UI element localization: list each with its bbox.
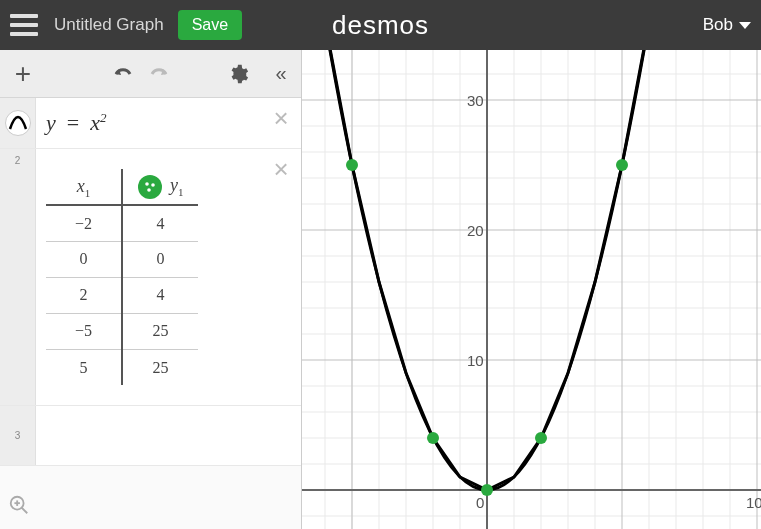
- y-tick-10: 10: [467, 352, 484, 369]
- table-row: 525: [46, 349, 198, 385]
- expression-index[interactable]: 3: [0, 406, 36, 465]
- x-tick-10: 10: [746, 494, 761, 511]
- expression-item-equation[interactable]: y = x2 ×: [0, 98, 301, 149]
- close-icon[interactable]: ×: [267, 155, 295, 183]
- expression-list: y = x2 × 2 x1: [0, 98, 301, 529]
- svg-point-41: [427, 432, 439, 444]
- undo-button[interactable]: [106, 57, 140, 91]
- expression-item-empty[interactable]: 3: [0, 406, 301, 466]
- curve-icon: [5, 110, 31, 136]
- document-title[interactable]: Untitled Graph: [54, 15, 164, 35]
- svg-point-45: [616, 159, 628, 171]
- top-bar: Untitled Graph Save desmos Bob: [0, 0, 761, 50]
- origin-label: 0: [476, 494, 484, 511]
- svg-line-4: [22, 508, 28, 514]
- svg-point-43: [535, 432, 547, 444]
- add-expression-button[interactable]: +: [6, 57, 40, 91]
- table-row: 00: [46, 241, 198, 277]
- menu-icon[interactable]: [10, 14, 38, 36]
- expression-panel: + «: [0, 50, 302, 529]
- settings-button[interactable]: [221, 57, 255, 91]
- expression-toolbar: + «: [0, 50, 301, 98]
- data-table[interactable]: x1 y1 −24: [46, 169, 198, 385]
- y-tick-20: 20: [467, 222, 484, 239]
- desmos-logo: desmos: [332, 10, 429, 41]
- svg-point-2: [147, 188, 151, 192]
- points-style-icon[interactable]: [138, 175, 162, 199]
- equation-text[interactable]: y = x2: [46, 110, 106, 135]
- redo-button[interactable]: [142, 57, 176, 91]
- grid-major: [302, 50, 761, 529]
- table-header-x[interactable]: x1: [46, 169, 122, 205]
- user-menu[interactable]: Bob: [703, 15, 751, 35]
- expression-index[interactable]: 2: [0, 149, 36, 405]
- svg-point-0: [145, 182, 149, 186]
- collapse-panel-button[interactable]: «: [261, 57, 295, 91]
- caret-down-icon: [739, 22, 751, 29]
- close-icon[interactable]: ×: [267, 104, 295, 132]
- table-header-y[interactable]: y1: [122, 169, 198, 205]
- expression-gutter[interactable]: [0, 98, 36, 148]
- svg-point-44: [346, 159, 358, 171]
- svg-point-42: [481, 484, 493, 496]
- zoom-fit-button[interactable]: [8, 494, 30, 521]
- expression-item-table[interactable]: 2 x1 y: [0, 149, 301, 406]
- grid-minor: [302, 50, 761, 529]
- table-row: −24: [46, 205, 198, 241]
- y-tick-30: 30: [467, 92, 484, 109]
- table-row: 24: [46, 277, 198, 313]
- user-name: Bob: [703, 15, 733, 35]
- save-button[interactable]: Save: [178, 10, 242, 40]
- table-row: −525: [46, 313, 198, 349]
- graph-area[interactable]: 10 20 30 10 0: [302, 50, 761, 529]
- svg-point-1: [151, 183, 155, 187]
